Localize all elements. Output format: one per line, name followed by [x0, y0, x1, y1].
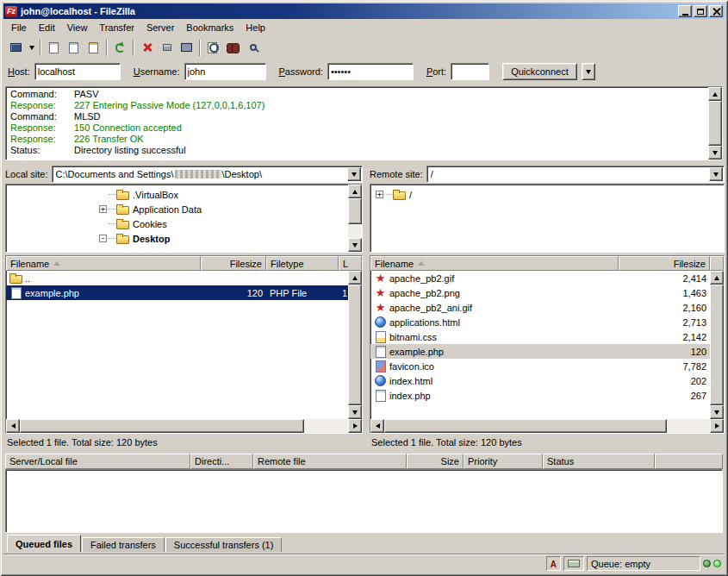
menu-server[interactable]: Server [140, 21, 180, 34]
local-h-scrollbar[interactable] [6, 419, 362, 433]
host-label: Host: [8, 66, 30, 77]
column-header-size[interactable]: Size [407, 454, 464, 469]
scroll-left-button[interactable] [370, 419, 384, 433]
table-row[interactable]: index.php267 [370, 388, 710, 403]
table-row-selected[interactable]: example.php120 [370, 344, 710, 359]
scroll-thumb[interactable] [710, 285, 724, 405]
tab-queued-files[interactable]: Queued files [7, 535, 81, 552]
titlebar[interactable]: Fz john@localhost - FileZilla [3, 3, 725, 19]
scroll-up-button[interactable] [708, 87, 722, 101]
maximize-button[interactable] [694, 5, 707, 17]
port-input[interactable] [451, 63, 489, 80]
scroll-track[interactable] [348, 224, 362, 238]
tree-item-virtualbox[interactable]: .VirtualBox [6, 187, 348, 202]
tree-item-root[interactable]: +/ [370, 187, 724, 202]
scroll-track[interactable] [304, 419, 348, 433]
compare-icon[interactable] [203, 38, 223, 57]
table-row[interactable]: index.html202 [370, 373, 710, 388]
table-row[interactable]: apache_pb2_ani.gif2,160 [370, 300, 710, 315]
remote-site-combo[interactable]: / [426, 166, 725, 183]
tree-item-application-data[interactable]: +Application Data [6, 202, 348, 216]
username-input[interactable] [184, 63, 266, 80]
table-row[interactable]: favicon.ico7,782 [370, 359, 710, 373]
column-header-priority[interactable]: Priority [464, 454, 543, 469]
tree-item-desktop[interactable]: -Desktop [6, 231, 348, 246]
refresh-icon[interactable] [110, 38, 130, 57]
log-scrollbar[interactable] [708, 87, 722, 160]
host-input[interactable] [34, 63, 121, 80]
find-files-icon[interactable] [243, 38, 263, 57]
remote-h-scrollbar[interactable] [370, 419, 724, 433]
column-header-filename[interactable]: Filename [370, 256, 619, 271]
expander-plus-icon[interactable]: + [99, 205, 107, 213]
menu-transfer[interactable]: Transfer [93, 21, 140, 34]
scroll-down-button[interactable] [348, 238, 362, 252]
status-bar-right: Queue: empty [546, 556, 721, 571]
tab-failed-transfers[interactable]: Failed transfers [82, 537, 165, 552]
transfer-type-indicator[interactable] [546, 556, 561, 571]
column-header-lastmodified[interactable]: L [339, 256, 362, 271]
quickconnect-dropdown-button[interactable] [582, 63, 595, 80]
scroll-up-button[interactable] [710, 271, 724, 285]
password-input[interactable] [327, 63, 414, 80]
column-header-filetype[interactable]: Filetype [266, 256, 339, 271]
encryption-indicator[interactable] [563, 556, 584, 571]
toggle-tree-icon[interactable] [64, 38, 84, 57]
site-manager-icon[interactable] [6, 38, 26, 57]
table-row[interactable]: applications.html2,713 [370, 315, 710, 329]
tab-successful-transfers[interactable]: Successful transfers (1) [165, 537, 283, 552]
scroll-thumb[interactable] [708, 101, 722, 146]
reconnect-icon[interactable] [177, 38, 196, 57]
column-header-remote-file[interactable]: Remote file [253, 454, 407, 469]
menu-view[interactable]: View [61, 21, 94, 34]
minimize-button[interactable] [678, 5, 692, 17]
expander-minus-icon[interactable]: - [99, 235, 107, 242]
combo-dropdown-button[interactable] [709, 167, 723, 181]
column-header-server-local-file[interactable]: Server/Local file [5, 454, 190, 469]
site-manager-dropdown-icon[interactable] [26, 38, 37, 57]
table-row[interactable]: bitnami.css2,142 [370, 329, 710, 344]
scroll-up-button[interactable] [348, 185, 362, 198]
menu-bookmarks[interactable]: Bookmarks [180, 21, 240, 34]
toggle-queue-icon[interactable] [84, 38, 103, 57]
table-row[interactable]: .. [6, 271, 348, 285]
table-row[interactable]: apache_pb2.png1,463 [370, 285, 710, 300]
column-header-filename[interactable]: Filename [6, 256, 201, 271]
scroll-thumb[interactable] [20, 419, 304, 433]
menu-edit[interactable]: Edit [33, 21, 61, 34]
log-line: Response:227 Entering Passive Mode (127,… [10, 100, 706, 111]
column-header-filesize[interactable]: Filesize [619, 256, 710, 271]
local-tree-scrollbar[interactable] [348, 185, 362, 252]
column-header-status[interactable]: Status [543, 454, 655, 469]
scroll-left-button[interactable] [6, 419, 20, 433]
remote-list-scrollbar[interactable] [710, 271, 724, 419]
menu-file[interactable]: File [5, 21, 33, 34]
sync-browsing-icon[interactable] [223, 38, 243, 57]
table-row-selected[interactable]: example.php 120 PHP File 1 [6, 285, 348, 300]
local-site-combo[interactable]: C:\Documents and Settings\\Desktop\ [52, 166, 363, 183]
tree-item-cookies[interactable]: Cookies [6, 216, 348, 231]
toggle-log-icon[interactable] [44, 38, 64, 57]
scroll-up-button[interactable] [348, 271, 362, 285]
local-list-scrollbar[interactable] [348, 271, 362, 419]
scroll-down-button[interactable] [708, 146, 722, 160]
menu-help[interactable]: Help [240, 21, 271, 34]
cancel-icon[interactable] [137, 38, 157, 57]
column-header-direction[interactable]: Directi... [190, 454, 253, 469]
scroll-down-button[interactable] [348, 405, 362, 419]
quickconnect-button[interactable]: Quickconnect [502, 63, 577, 80]
column-header-filesize[interactable]: Filesize [201, 256, 266, 271]
scroll-thumb[interactable] [384, 419, 667, 433]
scroll-down-button[interactable] [710, 405, 724, 419]
scroll-track[interactable] [667, 419, 710, 433]
scroll-right-button[interactable] [710, 419, 724, 433]
scroll-thumb[interactable] [348, 198, 362, 224]
table-row[interactable]: apache_pb2.gif2,414 [370, 271, 710, 285]
expander-plus-icon[interactable]: + [376, 191, 383, 198]
combo-dropdown-button[interactable] [347, 167, 361, 181]
filename-cell: bitnami.css [370, 329, 619, 344]
close-button[interactable] [709, 5, 723, 17]
scroll-thumb[interactable] [348, 285, 362, 405]
scroll-right-button[interactable] [348, 419, 362, 433]
disconnect-icon[interactable] [157, 38, 177, 57]
